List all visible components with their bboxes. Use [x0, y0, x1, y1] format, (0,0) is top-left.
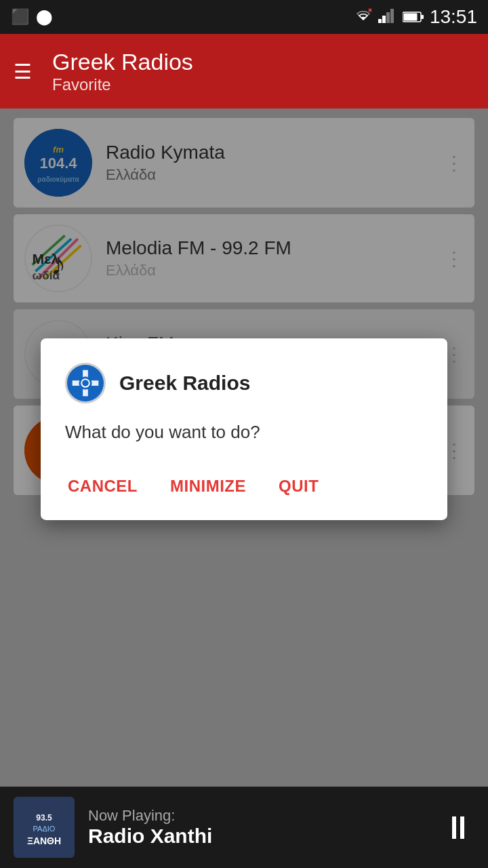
now-playing-station: Radio Xanthi [88, 825, 428, 848]
battery-icon [403, 7, 424, 28]
now-playing-bar: 93.5 ΡΑΔΙΟ ΞΑΝΘΗ Now Playing: Radio Xant… [0, 787, 488, 868]
minimize-button[interactable]: MINIMIZE [167, 471, 249, 501]
wifi-icon [354, 7, 373, 26]
circle-icon: ⬤ [36, 8, 53, 26]
dialog-header: Greek Radios [65, 363, 423, 403]
signal-icon [378, 7, 397, 28]
svg-rect-4 [386, 12, 390, 23]
svg-rect-3 [382, 16, 386, 23]
now-playing-label: Now Playing: [88, 807, 428, 825]
app-bar-text: Greek Radios Favorite [52, 49, 193, 94]
svg-text:93.5: 93.5 [36, 813, 52, 823]
dialog-buttons: CANCEL MINIMIZE QUIT [65, 471, 423, 501]
status-bar-left: ⬛ ⬤ [11, 8, 53, 26]
pause-button[interactable]: ⏸ [442, 809, 474, 846]
status-bar: ⬛ ⬤ [0, 0, 488, 34]
screen-icon: ⬛ [11, 8, 29, 26]
dialog-title: Greek Radios [119, 372, 250, 395]
cancel-button[interactable]: CANCEL [65, 471, 140, 501]
dialog-message: What do you want to do? [65, 420, 423, 444]
status-bar-right: 13:51 [354, 6, 477, 28]
now-playing-info: Now Playing: Radio Xanthi [88, 807, 428, 848]
hamburger-menu-icon[interactable]: ☰ [14, 60, 32, 83]
now-playing-logo: 93.5 ΡΑΔΙΟ ΞΑΝΘΗ [14, 797, 75, 858]
content-area: fm 104.4 ραδιοκύματα Radio Kymata Ελλάδα… [0, 108, 488, 787]
svg-rect-2 [378, 19, 382, 23]
svg-rect-7 [403, 13, 417, 20]
svg-rect-8 [421, 15, 424, 19]
svg-rect-5 [390, 9, 394, 23]
app-bar: ☰ Greek Radios Favorite [0, 34, 488, 108]
app-bar-subtitle: Favorite [52, 75, 193, 94]
dialog: Greek Radios What do you want to do? CAN… [41, 338, 447, 520]
svg-text:ΞΑΝΘΗ: ΞΑΝΘΗ [27, 835, 61, 846]
app-bar-title: Greek Radios [52, 49, 193, 75]
quit-button[interactable]: QUIT [276, 471, 321, 501]
clock-time: 13:51 [430, 6, 477, 28]
dialog-app-icon [65, 363, 106, 403]
svg-text:ΡΑΔΙΟ: ΡΑΔΙΟ [33, 825, 56, 833]
